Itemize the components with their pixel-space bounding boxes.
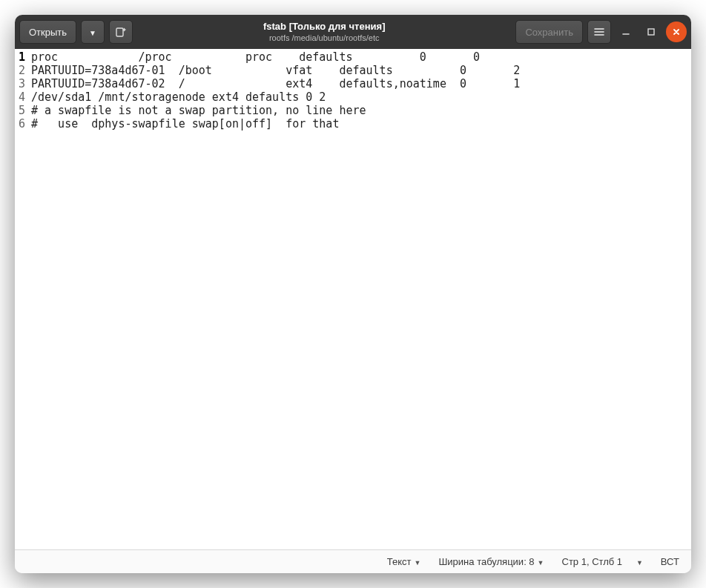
editor-window: Открыть ▼ fstab [Только для чтения] root… <box>15 15 691 573</box>
tab-width-selector[interactable]: Ширина табуляции: 8 ▼ <box>438 556 544 567</box>
minimize-icon <box>621 27 631 37</box>
code-content[interactable]: proc /proc proc defaults 0 0PARTUUID=738… <box>30 49 520 549</box>
cursor-position[interactable]: Стр 1, Стлб 1 ▼ <box>562 556 643 567</box>
svg-rect-1 <box>648 29 654 35</box>
minimize-button[interactable] <box>616 22 636 42</box>
line-number-gutter: 123456 <box>15 49 30 549</box>
editor-area[interactable]: 123456 proc /proc proc defaults 0 0PARTU… <box>15 49 691 549</box>
open-dropdown-button[interactable]: ▼ <box>81 20 105 44</box>
insert-mode-label: ВСТ <box>661 556 679 567</box>
window-title: fstab [Только для чтения] <box>133 21 515 33</box>
line-number: 4 <box>15 90 25 104</box>
open-button[interactable]: Открыть <box>19 20 76 44</box>
syntax-label: Текст <box>387 556 412 567</box>
titlebar: Открыть ▼ fstab [Только для чтения] root… <box>15 15 691 49</box>
close-icon <box>671 27 682 37</box>
line-number: 2 <box>15 64 25 77</box>
code-line[interactable]: PARTUUID=738a4d67-01 /boot vfat defaults… <box>31 64 520 77</box>
code-line[interactable]: # a swapfile is not a swap partition, no… <box>31 104 520 117</box>
line-number: 6 <box>15 117 25 131</box>
code-line[interactable]: # use dphys-swapfile swap[on|off] for th… <box>31 117 520 131</box>
line-number: 5 <box>15 104 25 117</box>
new-tab-button[interactable] <box>109 20 133 44</box>
open-button-label: Открыть <box>29 27 67 38</box>
chevron-down-icon: ▼ <box>89 29 96 37</box>
maximize-button[interactable] <box>641 22 662 42</box>
code-line[interactable]: /dev/sda1 /mnt/storagenode ext4 defaults… <box>31 90 520 104</box>
window-subtitle: rootfs /media/ubuntu/rootfs/etc <box>133 33 515 43</box>
hamburger-icon <box>593 26 605 38</box>
chevron-down-icon: ▼ <box>636 559 643 566</box>
chevron-down-icon: ▼ <box>415 559 421 566</box>
maximize-icon <box>646 27 656 37</box>
insert-mode[interactable]: ВСТ <box>661 556 679 567</box>
tab-width-label: Ширина табуляции: 8 <box>438 556 534 567</box>
code-line[interactable]: PARTUUID=738a4d67-02 / ext4 defaults,noa… <box>31 77 520 90</box>
cursor-position-label: Стр 1, Стлб 1 <box>562 556 623 567</box>
close-button[interactable] <box>666 22 687 42</box>
statusbar: Текст ▼ Ширина табуляции: 8 ▼ Стр 1, Стл… <box>15 549 691 573</box>
syntax-selector[interactable]: Текст ▼ <box>387 556 421 567</box>
new-tab-icon <box>115 26 127 38</box>
save-button[interactable]: Сохранить <box>515 20 583 44</box>
code-line[interactable]: proc /proc proc defaults 0 0 <box>31 50 520 64</box>
save-button-label: Сохранить <box>525 27 573 38</box>
line-number: 1 <box>15 50 25 64</box>
svg-rect-0 <box>116 28 123 36</box>
hamburger-menu-button[interactable] <box>587 20 611 44</box>
line-number: 3 <box>15 77 25 90</box>
chevron-down-icon: ▼ <box>538 559 544 566</box>
